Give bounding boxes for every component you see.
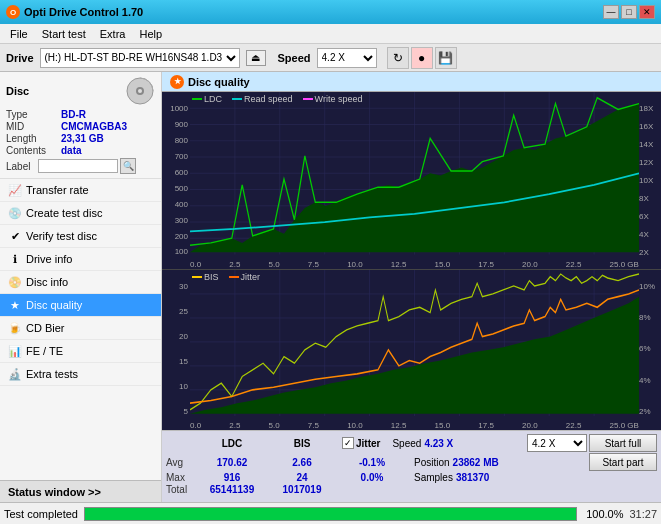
minimize-button[interactable]: —	[603, 5, 619, 19]
progress-bar-outer	[84, 507, 577, 521]
speed-select[interactable]: 4.2 X	[317, 48, 377, 68]
menu-extra[interactable]: Extra	[94, 27, 132, 41]
disc-contents-key: Contents	[6, 145, 61, 156]
y-right-6x: 6X	[639, 212, 661, 221]
app-title: Opti Drive Control 1.70	[24, 6, 143, 18]
jitter-legend-label: Jitter	[241, 272, 261, 282]
record-button[interactable]: ●	[411, 47, 433, 69]
nav-create-test-disc[interactable]: 💿 Create test disc	[0, 202, 161, 225]
avg-ldc: 170.62	[198, 457, 266, 468]
app-logo: O	[6, 5, 20, 19]
x-top-5: 5.0	[269, 260, 280, 269]
speed-dropdown[interactable]: 4.2 X	[527, 434, 587, 452]
jitter-checkbox[interactable]: ✓	[342, 437, 354, 449]
stats-header-row: LDC BIS ✓ Jitter Speed 4.23 X 4.2 X Star…	[166, 434, 657, 452]
refresh-button[interactable]: ↻	[387, 47, 409, 69]
disc-label-input[interactable]	[38, 159, 118, 173]
nav-transfer-rate[interactable]: 📈 Transfer rate	[0, 179, 161, 202]
disc-quality-icon: ★	[8, 298, 22, 312]
disc-label-button[interactable]: 🔍	[120, 158, 136, 174]
samples-label: Samples	[414, 472, 453, 483]
nav-fe-te-label: FE / TE	[26, 345, 63, 357]
drive-info-icon: ℹ	[8, 252, 22, 266]
nav-extra-tests[interactable]: 🔬 Extra tests	[0, 363, 161, 386]
menu-help[interactable]: Help	[133, 27, 168, 41]
x-bottom-17.5: 17.5	[478, 421, 494, 430]
disc-header: Disc	[6, 76, 155, 106]
start-part-button[interactable]: Start part	[589, 453, 657, 471]
y-right-10x: 10X	[639, 176, 661, 185]
x-top-22.5: 22.5	[566, 260, 582, 269]
y-right-18x: 18X	[639, 104, 661, 113]
save-button[interactable]: 💾	[435, 47, 457, 69]
y-right-4pct: 4%	[639, 376, 661, 385]
x-axis-top: 0.0 2.5 5.0 7.5 10.0 12.5 15.0 17.5 20.0…	[190, 260, 639, 269]
x-bottom-20: 20.0	[522, 421, 538, 430]
nav-verify-test-disc-label: Verify test disc	[26, 230, 97, 242]
x-bottom-0: 0.0	[190, 421, 201, 430]
x-bottom-5: 5.0	[269, 421, 280, 430]
nav-cd-bier[interactable]: 🍺 CD Bier	[0, 317, 161, 340]
y-right-14x: 14X	[639, 140, 661, 149]
nav-disc-quality[interactable]: ★ Disc quality	[0, 294, 161, 317]
disc-icon	[125, 76, 155, 106]
y-right-10pct: 10%	[639, 282, 661, 291]
menu-start-test[interactable]: Start test	[36, 27, 92, 41]
maximize-button[interactable]: □	[621, 5, 637, 19]
nav-cd-bier-label: CD Bier	[26, 322, 65, 334]
create-test-disc-icon: 💿	[8, 206, 22, 220]
y-label-1000: 1000	[162, 104, 188, 113]
samples-row: Samples 381370	[414, 472, 489, 483]
max-jitter: 0.0%	[342, 472, 402, 483]
y-right-4x: 4X	[639, 230, 661, 239]
extra-tests-icon: 🔬	[8, 367, 22, 381]
menu-file[interactable]: File	[4, 27, 34, 41]
nav-extra-tests-label: Extra tests	[26, 368, 78, 380]
nav-drive-info[interactable]: ℹ Drive info	[0, 248, 161, 271]
position-label: Position	[414, 457, 450, 468]
y-right-2x: 2X	[639, 248, 661, 257]
statusbar: Test completed 100.0% 31:27	[0, 502, 661, 524]
x-bottom-22.5: 22.5	[566, 421, 582, 430]
y-right-8x: 8X	[639, 194, 661, 203]
x-top-17.5: 17.5	[478, 260, 494, 269]
nav-disc-info[interactable]: 📀 Disc info	[0, 271, 161, 294]
position-value: 23862 MB	[453, 457, 499, 468]
nav-disc-quality-label: Disc quality	[26, 299, 82, 311]
x-top-25: 25.0 GB	[610, 260, 639, 269]
max-ldc: 916	[198, 472, 266, 483]
avg-bis: 2.66	[268, 457, 336, 468]
close-button[interactable]: ✕	[639, 5, 655, 19]
y-bottom-25: 25	[162, 307, 188, 316]
disc-type-row: Type BD-R	[6, 109, 155, 120]
x-bottom-7.5: 7.5	[308, 421, 319, 430]
nav-verify-test-disc[interactable]: ✔ Verify test disc	[0, 225, 161, 248]
sidebar: Disc Type BD-R MID CMCMAGBA3 Length 23,3…	[0, 72, 162, 502]
drive-select[interactable]: (H:) HL-DT-ST BD-RE WH16NS48 1.D3	[40, 48, 240, 68]
jitter-header: Jitter	[356, 438, 380, 449]
titlebar-controls[interactable]: — □ ✕	[603, 5, 655, 19]
y-right-8pct: 8%	[639, 313, 661, 322]
stats-total-row: Total 65141139 1017019	[166, 484, 657, 495]
total-bis: 1017019	[268, 484, 336, 495]
chart-top-svg	[190, 92, 639, 255]
x-top-0: 0.0	[190, 260, 201, 269]
speed-label: Speed	[392, 438, 421, 449]
stats-ldc-header: LDC	[198, 438, 266, 449]
disc-length-key: Length	[6, 133, 61, 144]
progress-percent: 100.0%	[583, 508, 623, 520]
y-label-500: 500	[162, 184, 188, 193]
disc-mid-row: MID CMCMAGBA3	[6, 121, 155, 132]
eject-button[interactable]: ⏏	[246, 50, 266, 66]
y-bottom-5: 5	[162, 407, 188, 416]
x-bottom-10: 10.0	[347, 421, 363, 430]
chart-bottom: BIS Jitter 30 25 20 15 10 5	[162, 270, 661, 430]
y-label-600: 600	[162, 168, 188, 177]
toolbar-icons: ↻ ● 💾	[387, 47, 457, 69]
nav-fe-te[interactable]: 📊 FE / TE	[0, 340, 161, 363]
start-full-button[interactable]: Start full	[589, 434, 657, 452]
status-window-button[interactable]: Status window >>	[0, 480, 161, 502]
disc-contents-val: data	[61, 145, 82, 156]
disc-quality-header: ★ Disc quality	[162, 72, 661, 92]
x-top-10: 10.0	[347, 260, 363, 269]
